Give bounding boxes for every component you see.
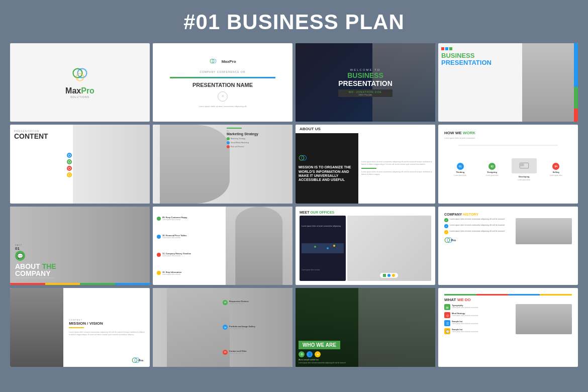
- slide4-content: BUSINESS PRESENTATION: [441, 47, 492, 67]
- slide6-items: Marketing Strategy Social Media Marketin…: [227, 137, 289, 148]
- page-title: #01 BUSINESS PLAN: [183, 10, 404, 34]
- slide2-logo: MaxPro: [209, 58, 236, 66]
- slide13-right: COMPANY MISSION / VISION Lorem ipsum dol…: [66, 288, 150, 366]
- slide16-title: WHAT WE DO: [444, 298, 572, 302]
- slide2-divider: [170, 77, 275, 78]
- slide11-content: Lorem ipsum dolor sit amet consectetur a…: [300, 216, 431, 281]
- slide2-body: Lorem ipsum dolor sit amet consectetur a…: [193, 105, 251, 108]
- slide7-content: MISSION IS TO ORGANIZE THE WORLD'S INFOR…: [296, 133, 435, 203]
- slide8-title: HOW WE WORK: [444, 131, 572, 135]
- slide7-header: ABOUT US: [296, 125, 435, 133]
- slide-11[interactable]: MEET OUR OFFICES Lorem ipsum dolor sit a…: [296, 207, 435, 285]
- chat-icon: 💬: [15, 251, 25, 261]
- slide-3[interactable]: WELCOME TO BUSINESS PRESENTATION MR. JON…: [296, 43, 435, 122]
- slide14-steps: 13 Responsive Devices Lorem ipsum dolor …: [223, 290, 289, 364]
- slide15-content: WHO WE ARE ⚙ 👤 ★ About sample subtitle t…: [296, 288, 435, 366]
- slide5-content: PRESENTATION CONTENT: [14, 130, 48, 140]
- logo-icon: [71, 66, 89, 84]
- slide-14[interactable]: 13 Responsive Devices Lorem ipsum dolor …: [153, 288, 292, 366]
- svg-rect-12: [520, 164, 524, 166]
- slide8-steps: 01 Thinking Lorem ipsum dolor 02 Designi…: [444, 141, 572, 197]
- slide16-photo: [516, 304, 572, 334]
- maxpro-logo-small: [299, 154, 308, 163]
- slide14-man: [167, 288, 230, 366]
- slide7-left: MISSION IS TO ORGANIZE THE WORLD'S INFOR…: [296, 133, 358, 203]
- slide4-person: [522, 43, 578, 122]
- slide-10[interactable]: 09. Keep Customer Happy Lorem ipsum dolo…: [153, 207, 292, 285]
- slide16-items: ▤ Typography Lorem ipsum dolor sit amet …: [444, 304, 514, 334]
- svg-text:Pro: Pro: [451, 239, 456, 242]
- slide-7[interactable]: ABOUT US MISSION IS TO ORGANIZE THE WORL…: [296, 125, 435, 203]
- slide15-banner: WHO WE ARE: [299, 341, 340, 349]
- sq-red: [441, 47, 444, 50]
- slide16-colorbar: [444, 294, 572, 296]
- maxpro-logo-hist: Pro: [444, 236, 459, 244]
- slide3-text: WELCOME TO BUSINESS PRESENTATION MR. JON…: [338, 68, 393, 97]
- sq-green: [449, 47, 452, 50]
- slide6-overlay: 05. Marketing Strategy Marketing Strateg…: [227, 128, 289, 149]
- slide-15[interactable]: WHO WE ARE ⚙ 👤 ★ About sample subtitle t…: [296, 288, 435, 366]
- slide-12[interactable]: COMPANY HISTORY ✓ Lorem ipsum dolor sit …: [438, 207, 578, 285]
- slides-grid: MaxPro SOLUTIONS MaxPro COMPANY CONFEREN…: [10, 43, 578, 367]
- slide16-content: ▤ Typography Lorem ipsum dolor sit amet …: [444, 304, 572, 334]
- slide11-photo: [347, 216, 431, 281]
- slide9-title: ABOUT THE COMPANY: [15, 263, 56, 277]
- slide13-logo: Pro: [132, 356, 147, 365]
- slide-9[interactable]: FACT 01 💬 ABOUT THE COMPANY Lorem ipsum …: [10, 207, 150, 285]
- slide2-title: PRESENTATION NAME: [192, 82, 253, 88]
- svg-text:Pro: Pro: [138, 359, 143, 362]
- sq-blue: [445, 47, 448, 50]
- slide9-colorbar: [10, 283, 150, 285]
- slide-13[interactable]: COMPANY MISSION / VISION Lorem ipsum dol…: [10, 288, 150, 366]
- slide-4[interactable]: BUSINESS PRESENTATION: [438, 43, 578, 122]
- slide-1[interactable]: MaxPro SOLUTIONS: [10, 43, 150, 122]
- slide-2[interactable]: MaxPro COMPANY CONFERENCE OR PRESENTATIO…: [153, 43, 292, 122]
- slide-16[interactable]: WHAT WE DO ▤ Typography Lorem ipsum dolo…: [438, 288, 578, 366]
- slide11-header: MEET OUR OFFICES: [300, 211, 431, 214]
- logo-area: MaxPro SOLUTIONS: [65, 66, 94, 99]
- slide10-woman: [226, 207, 292, 285]
- logo-sub: SOLUTIONS: [70, 95, 89, 99]
- mini-map: [302, 243, 344, 253]
- svg-point-8: [68, 174, 70, 176]
- slide-6[interactable]: 05. Marketing Strategy Marketing Strateg…: [153, 125, 292, 203]
- slide12-content: ✓ Lorem ipsum dolor sit amet consectetur…: [444, 218, 572, 244]
- slide10-items: 09. Keep Customer Happy Lorem ipsum dolo…: [157, 210, 227, 282]
- slide9-content: FACT 01 💬 ABOUT THE COMPANY Lorem ipsum …: [15, 244, 56, 279]
- slide5-people-bg: [73, 125, 150, 203]
- slide-5[interactable]: PRESENTATION CONTENT 01. About Us Lorem …: [10, 125, 150, 203]
- slide15-icons: ⚙ 👤 ★: [299, 351, 432, 357]
- slide4-bars: [574, 43, 578, 122]
- slide3-presenter: MR. JONATHON DOE CEO / Founder: [338, 89, 393, 97]
- slide7-right: Lorem ipsum dolor sit amet consectetur a…: [358, 133, 435, 203]
- slide-8[interactable]: HOW WE WORK Lorem ipsum dolor sit amet c…: [438, 125, 578, 203]
- slide13-left: [10, 288, 63, 366]
- logo-text: MaxPro: [65, 86, 94, 95]
- svg-point-7: [68, 167, 70, 170]
- slide6-woman: [160, 125, 230, 203]
- svg-point-6: [68, 161, 70, 163]
- slide2-label: COMPANY CONFERENCE OR: [200, 70, 245, 73]
- svg-point-5: [68, 154, 70, 157]
- slide3-main-title: BUSINESS PRESENTATION: [338, 71, 393, 87]
- slide12-title: COMPANY HISTORY: [444, 213, 572, 216]
- slide4-title: BUSINESS PRESENTATION: [441, 52, 492, 67]
